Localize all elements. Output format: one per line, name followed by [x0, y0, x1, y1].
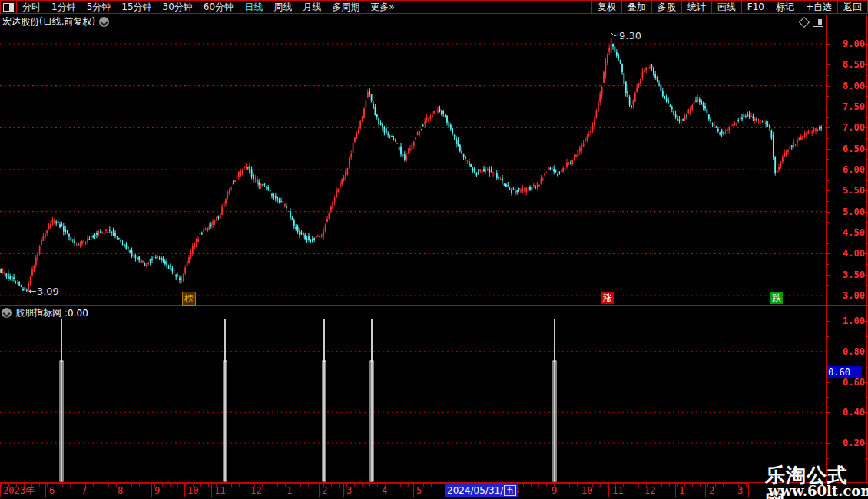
date-axis-label: 3 [346, 485, 352, 496]
date-axis-label: 12 [644, 485, 655, 496]
month-divider [343, 484, 344, 497]
axis-minor-tick [827, 458, 829, 459]
candlestick-chart: 9.30←3.09 [0, 0, 826, 305]
date-axis-label: 1 [287, 485, 292, 496]
month-divider [78, 484, 78, 497]
axis-tick [827, 412, 830, 413]
price-axis-label: 8.00 [831, 81, 865, 91]
axis-tick [827, 352, 830, 352]
axis-tick [827, 321, 830, 322]
indicator-value: :0.00 [65, 308, 88, 319]
indicator-chart [0, 306, 826, 482]
indicator-axis-label: 0.40 [831, 407, 865, 418]
axis-minor-tick [827, 117, 829, 118]
indicator-axis-label: 1.00 [831, 316, 865, 326]
right-border [866, 15, 867, 483]
axis-tick [827, 296, 830, 296]
date-axis-label: 6 [49, 485, 55, 496]
date-axis-label: 9 [154, 485, 160, 496]
date-axis-label: 9 [552, 485, 557, 496]
indicator-name[interactable]: 股朋指标网 [15, 306, 61, 319]
svg-text:9.30: 9.30 [619, 30, 641, 41]
price-axis-label: 5.50 [831, 185, 865, 196]
selected-date-box: 2024/05/31/ 五 [445, 484, 518, 497]
axis-minor-tick [827, 201, 829, 202]
axis-tick [827, 127, 830, 128]
indicator-axis-label: 0.20 [831, 438, 865, 448]
axis-minor-tick [827, 180, 829, 181]
price-axis-label: 3.00 [831, 290, 865, 301]
axis-minor-tick [827, 222, 829, 223]
selected-weekday: 五 [504, 485, 516, 496]
price-axis-label: 9.00 [831, 38, 865, 49]
axis-minor-tick [827, 336, 829, 337]
month-divider [45, 484, 46, 497]
date-axis-label: 4 [382, 485, 387, 496]
watermark-url: www.60lt.com [768, 483, 868, 499]
axis-minor-tick [827, 138, 829, 139]
month-divider [211, 484, 212, 497]
axis-left-border [826, 15, 827, 483]
rank-badge[interactable]: 榜 [182, 292, 196, 306]
date-axis-label: 10 [581, 485, 592, 496]
axis-minor-tick [827, 285, 829, 286]
axis-minor-tick [827, 96, 829, 97]
axis-tick [827, 190, 830, 191]
axis-tick [827, 233, 830, 233]
price-axis-label: 5.00 [831, 207, 865, 217]
month-divider [319, 484, 320, 497]
date-ticks [1, 484, 748, 487]
price-axis-label: 4.50 [831, 227, 865, 238]
date-axis[interactable]: 2024/05/31/ 五 2023年678910111212345891011… [0, 483, 749, 497]
month-divider [608, 484, 609, 497]
axis-tick [827, 382, 830, 383]
date-axis-label: 12 [250, 485, 261, 496]
date-axis-label: 7 [81, 485, 87, 496]
axis-minor-tick [827, 159, 829, 160]
date-axis-label: 10 [187, 485, 198, 496]
axis-tick [827, 253, 830, 254]
selected-date: 2024/05/31/ [447, 485, 503, 496]
stock-app-window: 分时1分钟5分钟15分钟30分钟60分钟日线周线月线多周期更多» 复权叠加多股统… [0, 0, 868, 499]
month-divider [548, 484, 548, 497]
month-divider [734, 484, 734, 497]
date-axis-label: 5 [416, 485, 422, 496]
axis-minor-tick [827, 264, 829, 265]
date-axis-label: 11 [214, 485, 225, 496]
axis-tick [827, 64, 830, 65]
price-axis-label: 6.50 [831, 144, 865, 154]
axis-minor-tick [827, 243, 829, 244]
month-divider [578, 484, 578, 497]
axis-minor-tick [827, 75, 829, 76]
panel-divider-line [0, 305, 868, 306]
price-axis-label: 4.00 [831, 248, 865, 259]
axis-minor-tick [827, 428, 829, 428]
chevron-down-icon[interactable] [2, 308, 12, 318]
date-axis-label: 11 [612, 485, 623, 496]
down-badge[interactable]: 跌 [770, 292, 783, 304]
price-axis-label: 8.50 [831, 59, 865, 70]
up-badge[interactable]: 涨 [601, 292, 614, 304]
tool-menu-item-8[interactable]: 返回 [837, 1, 868, 13]
axis-tick [827, 170, 830, 170]
svg-text:←3.09: ←3.09 [28, 286, 59, 297]
month-divider [184, 484, 185, 497]
axis-tick [827, 44, 830, 45]
month-divider [413, 484, 414, 497]
indicator-header: 股朋指标网 :0.00 [2, 306, 88, 319]
date-axis-label: 3 [737, 485, 743, 496]
axis-tick [827, 443, 830, 444]
price-axis-label: 7.50 [831, 101, 865, 112]
date-axis-label: 2 [709, 485, 714, 496]
month-divider [379, 484, 379, 497]
month-divider [675, 484, 676, 497]
indicator-axis-label: 0.80 [831, 346, 865, 357]
price-axis-label: 3.50 [831, 269, 865, 280]
month-divider [247, 484, 247, 497]
axis-tick [827, 86, 830, 87]
date-axis-label: 8 [118, 485, 123, 496]
date-axis-label: 2023年 [3, 485, 35, 496]
axis-tick [827, 275, 830, 276]
month-divider [114, 484, 114, 497]
month-divider [705, 484, 706, 497]
